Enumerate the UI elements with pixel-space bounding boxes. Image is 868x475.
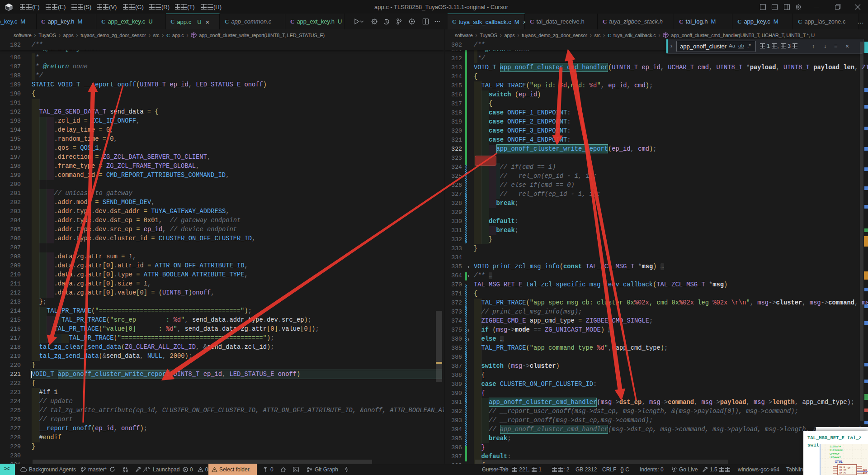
svg-text:D5 CL: D5 CL — [840, 472, 846, 475]
svg-text:D7 CM: D7 CM — [840, 469, 846, 472]
svg-text:X1X1####: X1X1#### — [830, 449, 843, 452]
svg-text:LED###2: LED###2 — [830, 456, 841, 459]
svg-text:SW1: SW1 — [863, 469, 867, 472]
svg-text:NC: NC — [848, 467, 850, 470]
svg-text:RST: RST — [863, 472, 867, 475]
svg-text:D3 B: D3 B — [840, 466, 845, 469]
svg-text:CP##%#: CP##%# — [830, 452, 840, 456]
svg-text:110%a*#: 110%a*# — [830, 445, 841, 448]
svg-text:XTU1: XTU1 — [835, 460, 843, 464]
